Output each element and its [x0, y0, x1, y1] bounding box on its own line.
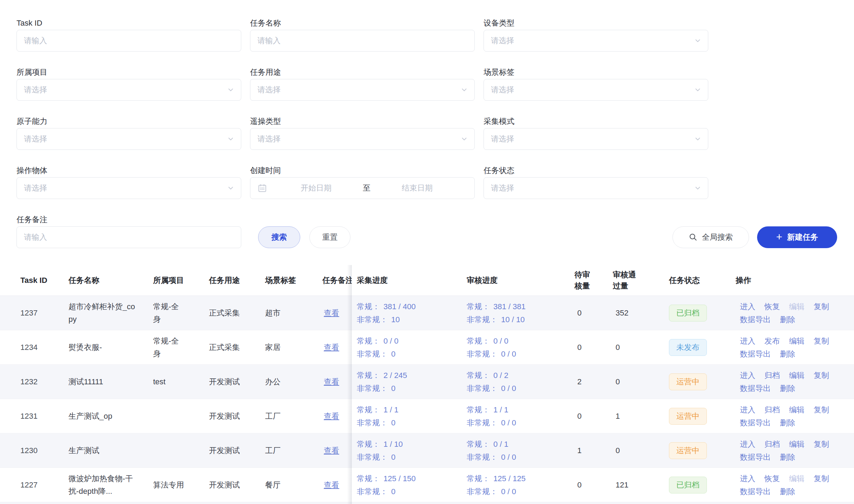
- action-copy[interactable]: 复制: [814, 300, 829, 313]
- action-restore[interactable]: 恢复: [764, 472, 780, 485]
- action-publish[interactable]: 发布: [764, 334, 780, 347]
- status-select[interactable]: 请选择: [484, 177, 708, 199]
- status-badge: 已归档: [669, 477, 707, 493]
- cell-scene: 工厂: [265, 399, 281, 433]
- filter-purpose: 任务用途 请选择: [250, 68, 475, 101]
- note-view-link[interactable]: 查看: [324, 377, 339, 387]
- action-delete[interactable]: 删除: [780, 347, 795, 360]
- action-enter[interactable]: 进入: [740, 334, 755, 347]
- reset-button[interactable]: 重置: [309, 226, 350, 248]
- note-view-link[interactable]: 查看: [324, 342, 339, 353]
- action-copy[interactable]: 复制: [814, 369, 829, 382]
- note-view-link[interactable]: 查看: [324, 480, 339, 490]
- chevron-down-icon: [460, 135, 468, 143]
- teleop-select[interactable]: 请选择: [250, 128, 475, 150]
- cell-scene: 家居: [265, 330, 281, 365]
- date-range-picker[interactable]: 开始日期 至 结束日期: [250, 177, 475, 199]
- cell-project: 常规-全身: [153, 330, 185, 365]
- chevron-down-icon: [227, 135, 235, 143]
- collect-mode-select[interactable]: 请选择: [484, 128, 708, 150]
- action-delete[interactable]: 删除: [780, 416, 795, 429]
- action-archive[interactable]: 归档: [764, 403, 780, 416]
- action-export[interactable]: 数据导出: [740, 313, 771, 326]
- search-button[interactable]: 搜索: [258, 226, 300, 248]
- date-start-placeholder[interactable]: 开始日期: [269, 183, 363, 193]
- status-badge: 已归档: [669, 305, 707, 321]
- action-edit[interactable]: 编辑: [789, 369, 804, 382]
- filter-section: Task ID 任务名称 设备类型 请选择 所属项目 请选择 任务用途 请选: [0, 0, 854, 248]
- task-name-input[interactable]: [250, 30, 474, 51]
- cell-review-progress: 常规：381 / 381 非常规：10 / 10: [467, 296, 526, 330]
- table-row: 1232 测试11111 test 开发测试 办公 查看 常规：2 / 245 …: [0, 365, 854, 399]
- cell-project: [153, 399, 185, 433]
- note-view-link[interactable]: 查看: [324, 411, 339, 422]
- scene-tag-select[interactable]: 请选择: [484, 79, 708, 101]
- cell-review-progress: 常规：1 / 1 非常规：0 / 0: [467, 399, 516, 433]
- cell-collect-progress: 常规：1 / 10 非常规：0: [357, 433, 403, 468]
- filter-label: 任务备注: [17, 215, 241, 226]
- action-copy[interactable]: 复制: [814, 334, 829, 347]
- col-passed: 审核通过量: [613, 265, 638, 296]
- col-pending: 待审核量: [574, 265, 593, 296]
- action-export[interactable]: 数据导出: [740, 347, 771, 360]
- cell-pending-count: 0: [577, 468, 582, 502]
- action-edit[interactable]: 编辑: [789, 334, 804, 347]
- task-id-input[interactable]: [17, 30, 241, 51]
- action-delete[interactable]: 删除: [780, 313, 795, 326]
- action-export[interactable]: 数据导出: [740, 416, 771, 429]
- cell-scene: 工厂: [265, 433, 281, 468]
- action-export[interactable]: 数据导出: [740, 382, 771, 395]
- cell-pending-count: 2: [577, 365, 582, 399]
- cell-passed-count: 121: [616, 468, 629, 502]
- action-copy[interactable]: 复制: [814, 438, 829, 451]
- table-row: 1230 生产测试 开发测试 工厂 查看 常规：1 / 10 非常规：0 常规：…: [0, 433, 854, 468]
- action-edit[interactable]: 编辑: [789, 300, 804, 313]
- date-separator: 至: [363, 183, 370, 193]
- action-restore[interactable]: 恢复: [764, 300, 780, 313]
- col-review-progress: 审核进度: [467, 265, 498, 296]
- note-view-link[interactable]: 查看: [324, 445, 339, 456]
- action-delete[interactable]: 删除: [780, 451, 795, 464]
- col-scene: 场景标签: [265, 265, 296, 296]
- filter-label: 任务名称: [250, 19, 475, 30]
- action-edit[interactable]: 编辑: [789, 438, 804, 451]
- action-enter[interactable]: 进入: [740, 472, 755, 485]
- col-actions: 操作: [736, 265, 751, 296]
- new-task-button[interactable]: + 新建任务: [757, 226, 837, 248]
- cell-passed-count: 0: [616, 433, 620, 468]
- date-end-placeholder[interactable]: 结束日期: [370, 183, 464, 193]
- action-archive[interactable]: 归档: [764, 369, 780, 382]
- object-select[interactable]: 请选择: [17, 177, 241, 199]
- atomic-select[interactable]: 请选择: [17, 128, 241, 150]
- action-delete[interactable]: 删除: [780, 382, 795, 395]
- filter-label: 操作物体: [17, 166, 241, 177]
- action-export[interactable]: 数据导出: [740, 451, 771, 464]
- action-enter[interactable]: 进入: [740, 403, 755, 416]
- note-input[interactable]: [17, 227, 241, 248]
- action-edit[interactable]: 编辑: [789, 403, 804, 416]
- filter-label: 所属项目: [17, 68, 241, 79]
- select-placeholder: 请选择: [491, 134, 514, 144]
- action-enter[interactable]: 进入: [740, 438, 755, 451]
- action-copy[interactable]: 复制: [814, 403, 829, 416]
- cell-purpose: 开发测试: [209, 433, 240, 468]
- action-delete[interactable]: 删除: [780, 485, 795, 498]
- purpose-select[interactable]: 请选择: [250, 79, 475, 101]
- calendar-icon: [257, 183, 267, 193]
- cell-task-id: 1231: [20, 399, 38, 433]
- action-copy[interactable]: 复制: [814, 472, 829, 485]
- project-select[interactable]: 请选择: [17, 79, 241, 101]
- chevron-down-icon: [227, 86, 235, 94]
- action-archive[interactable]: 归档: [764, 438, 780, 451]
- action-edit[interactable]: 编辑: [789, 472, 804, 485]
- action-enter[interactable]: 进入: [740, 369, 755, 382]
- device-type-select[interactable]: 请选择: [484, 30, 708, 52]
- cell-review-progress: 常规：0 / 1 非常规：0 / 0: [467, 433, 516, 468]
- global-search-label: 全局搜索: [702, 232, 733, 243]
- note-view-link[interactable]: 查看: [324, 308, 339, 318]
- action-export[interactable]: 数据导出: [740, 485, 771, 498]
- global-search-button[interactable]: 全局搜索: [672, 226, 749, 248]
- filter-label: 场景标签: [484, 68, 708, 79]
- action-enter[interactable]: 进入: [740, 300, 755, 313]
- col-note: 任务备注: [322, 265, 352, 296]
